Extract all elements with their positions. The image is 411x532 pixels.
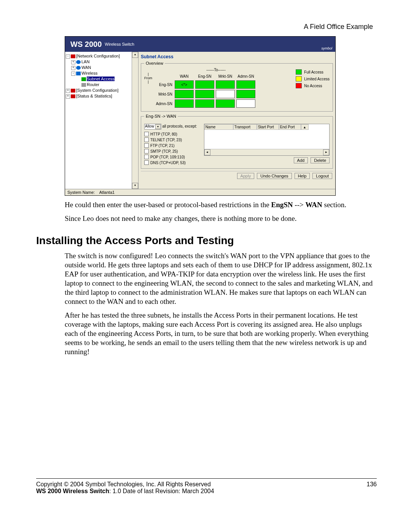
- protocol-checkbox-row[interactable]: DNS (TCP+UDP, 53): [144, 160, 197, 165]
- matrix-row-header: Mrkt-SN: [154, 90, 173, 98]
- matrix-cell[interactable]: [195, 99, 214, 108]
- tree-item[interactable]: -[Network Configuration]: [66, 53, 131, 59]
- tree-label: [Status & Statistics]: [76, 94, 112, 98]
- tree-item[interactable]: +WAN: [66, 65, 131, 70]
- matrix-col-header: Mrkt-SN: [216, 73, 235, 79]
- page-header: A Field Office Example: [36, 23, 377, 31]
- matrix-cell[interactable]: [175, 99, 194, 108]
- paragraph: After he has tested the three subnets, h…: [65, 311, 373, 356]
- legend-label: Full Access: [304, 70, 323, 74]
- page-footer: Copyright © 2004 Symbol Technologies, In…: [36, 481, 377, 495]
- expand-icon[interactable]: +: [71, 60, 75, 64]
- scroll-up-button[interactable]: ▴: [132, 52, 138, 58]
- add-button[interactable]: Add: [294, 157, 308, 163]
- tree-item[interactable]: Subnet Access: [66, 76, 131, 82]
- matrix-cell[interactable]: [195, 80, 214, 89]
- paragraph: Since Leo does not need to make any chan…: [65, 214, 373, 223]
- matrix-cell[interactable]: [216, 90, 235, 98]
- checkbox[interactable]: [144, 149, 149, 153]
- checkbox[interactable]: [144, 143, 149, 148]
- table-col-header[interactable]: End Port: [279, 124, 301, 130]
- page-number: 136: [366, 481, 377, 495]
- protocol-checkbox-row[interactable]: HTTP (TCP, 80): [144, 132, 197, 136]
- nav-scrollbar[interactable]: ▴ ▾: [132, 52, 138, 189]
- tree-label: [System Configuration]: [76, 88, 118, 93]
- section-heading: Installing the Access Ports and Testing: [36, 235, 377, 247]
- banner-title: WS 2000: [70, 40, 102, 49]
- tree-item[interactable]: -Wireless: [66, 70, 131, 76]
- hscroll-left-button[interactable]: ◂: [204, 149, 210, 155]
- matrix-cell[interactable]: [216, 80, 235, 89]
- matrix-row-header: Admn-SN: [154, 99, 173, 108]
- checkbox[interactable]: [144, 132, 149, 136]
- matrix-cell[interactable]: [175, 90, 194, 98]
- apply-button[interactable]: Apply: [237, 173, 255, 179]
- tree-icon: [76, 72, 81, 75]
- matrix-col-header: Admn-SN: [236, 73, 255, 79]
- allow-deny-select[interactable]: Allow ▾: [144, 124, 161, 129]
- tree-item[interactable]: +LAN: [66, 59, 131, 65]
- tree-item[interactable]: +[Status & Statistics]: [66, 93, 131, 99]
- status-value: Atlanta1: [99, 190, 115, 195]
- tree-icon: [76, 66, 81, 70]
- expand-icon[interactable]: +: [66, 89, 70, 93]
- overview-legend: Overview: [144, 61, 165, 66]
- document-body: The switch is now configured! Leo connec…: [65, 251, 373, 356]
- matrix-col-header: Eng-SN: [195, 73, 214, 79]
- expand-icon[interactable]: -: [66, 54, 70, 59]
- table-hscroll[interactable]: ◂ ▸: [204, 149, 329, 155]
- protocol-checkbox-row[interactable]: TELNET (TCP, 23): [144, 137, 197, 142]
- help-button[interactable]: Help: [295, 173, 310, 179]
- matrix-cell[interactable]: [236, 99, 255, 108]
- access-matrix[interactable]: WANEng-SNMrkt-SNAdmn-SNEng-SN<*>Mrkt-SNA…: [152, 72, 257, 109]
- tree-label: LAN: [81, 59, 89, 64]
- protocol-checkbox-row[interactable]: FTP (TCP, 21): [144, 143, 197, 148]
- tree-label: WAN: [81, 65, 91, 70]
- expand-icon[interactable]: +: [71, 66, 75, 70]
- matrix-cell[interactable]: [216, 99, 235, 108]
- matrix-cell-selected[interactable]: <*>: [175, 80, 194, 89]
- checkbox[interactable]: [144, 155, 149, 159]
- delete-button[interactable]: Delete: [311, 157, 330, 163]
- protocol-checkbox-row[interactable]: POP (TCP, 109:110): [144, 155, 197, 159]
- allow-suffix-label: all protocols, except:: [162, 124, 197, 128]
- panel-title: Subnet Access: [141, 54, 333, 59]
- checkbox[interactable]: [144, 160, 149, 165]
- matrix-cell[interactable]: [236, 90, 255, 98]
- banner-subtitle: Wireless Switch: [105, 42, 134, 46]
- table-col-header[interactable]: Transport: [233, 124, 257, 130]
- nav-tree[interactable]: -[Network Configuration]+LAN+WAN-Wireles…: [65, 52, 132, 189]
- matrix-cell[interactable]: [236, 80, 255, 89]
- app-window: WS 2000 Wireless Switch symbol -[Network…: [65, 36, 336, 196]
- logout-button[interactable]: Logout: [312, 173, 332, 179]
- legend-swatch: [296, 69, 302, 75]
- scroll-down-button[interactable]: ▾: [132, 183, 138, 189]
- matrix-cell[interactable]: [195, 90, 214, 98]
- tree-item[interactable]: Router: [66, 82, 131, 88]
- copyright: Copyright © 2004 Symbol Technologies, In…: [36, 481, 214, 488]
- app-banner: WS 2000 Wireless Switch symbol: [65, 37, 335, 52]
- banner-brand: symbol: [321, 46, 332, 50]
- protocol-label: POP (TCP, 109:110): [150, 155, 185, 159]
- expand-icon[interactable]: +: [66, 94, 70, 99]
- chevron-down-icon[interactable]: ▾: [155, 124, 161, 129]
- tree-item[interactable]: +[System Configuration]: [66, 88, 131, 93]
- checkbox[interactable]: [144, 137, 149, 142]
- undo-changes-button[interactable]: Undo Changes: [257, 173, 292, 179]
- tree-label: Wireless: [81, 71, 97, 75]
- table-scroll-up[interactable]: ▴: [301, 124, 309, 130]
- matrix-row-header: Eng-SN: [154, 80, 173, 89]
- legend-item: Limited Access: [296, 76, 330, 81]
- nav-tree-pane: -[Network Configuration]+LAN+WAN-Wireles…: [65, 52, 139, 189]
- protocol-checkbox-row[interactable]: SMTP (TCP, 25): [144, 149, 197, 153]
- protocol-label: DNS (TCP+UDP, 53): [150, 161, 186, 165]
- document-body: He could then enter the user-based or pr…: [65, 200, 373, 223]
- tree-icon: [71, 89, 75, 93]
- hscroll-right-button[interactable]: ▸: [323, 149, 329, 155]
- exceptions-table[interactable]: NameTransportStart PortEnd Port▴ ◂ ▸: [204, 124, 330, 156]
- legend-item: No Access: [296, 83, 330, 88]
- table-col-header[interactable]: Start Port: [257, 124, 279, 130]
- status-label: System Name:: [67, 190, 95, 195]
- table-col-header[interactable]: Name: [204, 124, 233, 130]
- expand-icon[interactable]: -: [71, 72, 75, 76]
